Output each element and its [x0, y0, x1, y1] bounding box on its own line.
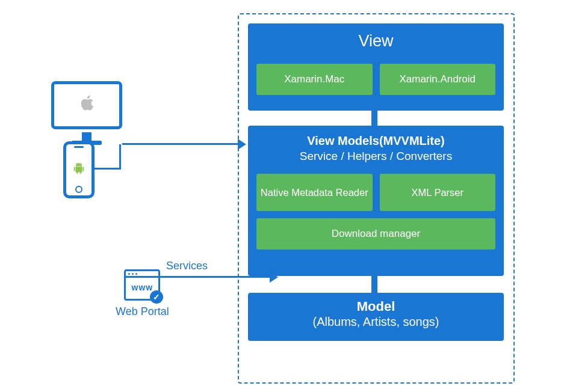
web-portal-label: Web Portal	[116, 305, 169, 318]
model-subtitle: (Albums, Artists, songs)	[248, 315, 504, 329]
services-label: Services	[166, 260, 208, 272]
xamarin-android-box: Xamarin.Android	[380, 64, 496, 95]
view-platform-row: Xamarin.Mac Xamarin.Android	[248, 64, 504, 95]
vm-components-row2: Download manager	[248, 218, 504, 250]
browser-icon: www ✓	[124, 269, 160, 301]
viewmodels-title: View Models(MVVMLite)	[248, 134, 504, 148]
download-manager-box: Download manager	[256, 218, 495, 250]
viewmodels-layer-box: View Models(MVVMLite) Service / Helpers …	[248, 126, 504, 276]
model-title: Model	[248, 299, 504, 314]
browser-bar	[126, 271, 158, 278]
arrow-head-devices	[238, 139, 246, 150]
arrow-head-portal	[270, 272, 278, 283]
connector-vm-to-model	[371, 276, 377, 294]
vm-components-row1: Native Metadata Reader XML Parser	[248, 174, 504, 211]
xamarin-mac-box: Xamarin.Mac	[256, 64, 373, 95]
device-connector-elbow	[95, 144, 121, 170]
native-metadata-reader-box: Native Metadata Reader	[256, 174, 373, 211]
native-metadata-reader-label: Native Metadata Reader	[257, 186, 372, 199]
apple-icon	[76, 92, 98, 119]
devices-group	[51, 81, 122, 129]
architecture-container: View Xamarin.Mac Xamarin.Android View Mo…	[238, 13, 515, 384]
android-icon	[72, 162, 85, 178]
view-layer-box: View Xamarin.Mac Xamarin.Android	[248, 23, 504, 111]
phone-icon	[63, 141, 95, 198]
view-title: View	[248, 32, 504, 51]
arrow-portal-to-download	[157, 276, 273, 278]
browser-www-text: www	[126, 278, 158, 292]
connector-view-to-vm	[371, 111, 377, 127]
monitor-stand	[82, 132, 91, 141]
monitor-icon	[51, 81, 122, 129]
xml-parser-box: XML Parser	[380, 174, 496, 211]
web-portal-group: www ✓ Web Portal	[116, 269, 169, 318]
model-layer-box: Model (Albums, Artists, songs)	[248, 293, 504, 341]
arrow-devices-to-view	[122, 143, 241, 145]
viewmodels-subtitle: Service / Helpers / Converters	[248, 150, 504, 163]
check-icon: ✓	[150, 290, 163, 304]
